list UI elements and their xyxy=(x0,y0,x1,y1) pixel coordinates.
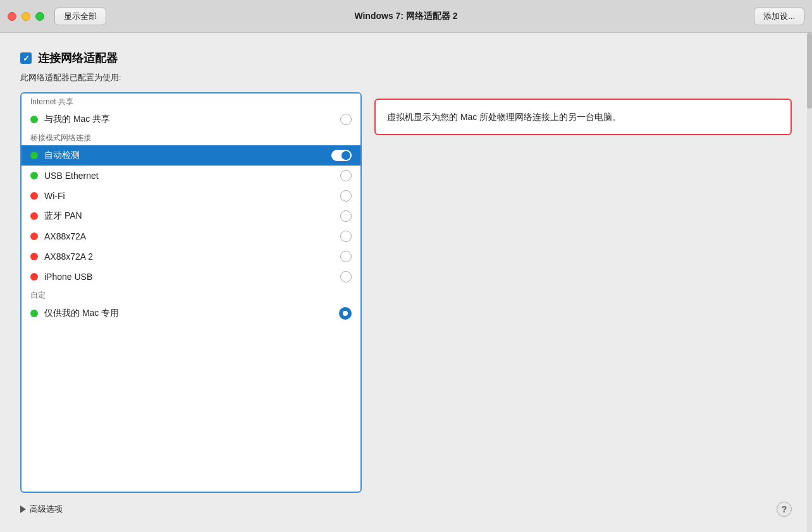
label-iphone-usb: iPhone USB xyxy=(44,272,340,282)
label-auto-detect: 自动检测 xyxy=(44,150,331,161)
label-mac-only: 仅供我的 Mac 专用 xyxy=(44,308,339,319)
list-item-wifi[interactable]: Wi-Fi xyxy=(22,186,360,206)
radio-ax88x72a-2[interactable] xyxy=(340,251,352,262)
connect-adapter-label: 连接网络适配器 xyxy=(38,51,118,66)
list-item-bluetooth-pan[interactable]: 蓝牙 PAN xyxy=(22,206,360,226)
dot-green-auto-detect xyxy=(30,152,38,159)
dot-red-ax88x72a-2 xyxy=(30,253,38,260)
main-content: 连接网络适配器 此网络适配器已配置为使用: Internet 共享 与我的 Ma… xyxy=(0,33,812,532)
connect-adapter-row: 连接网络适配器 xyxy=(20,51,792,66)
info-box: 虚拟机显示为您的 Mac 所处物理网络连接上的另一台电脑。 xyxy=(374,99,792,135)
radio-iphone-usb[interactable] xyxy=(340,271,352,282)
list-item-ax88x72a[interactable]: AX88x72A xyxy=(22,226,360,246)
list-item-share-mac[interactable]: 与我的 Mac 共享 xyxy=(22,109,360,130)
advanced-label: 高级选项 xyxy=(30,504,63,515)
group-header-bridge-mode: 桥接模式网络连接 xyxy=(22,130,360,145)
label-ax88x72a: AX88x72A xyxy=(44,231,340,241)
dot-red-bluetooth-pan xyxy=(30,212,38,220)
dot-red-wifi xyxy=(30,192,38,200)
radio-share-mac[interactable] xyxy=(340,114,352,125)
add-settings-button[interactable]: 添加设... xyxy=(754,8,804,25)
radio-usb-ethernet[interactable] xyxy=(340,170,352,181)
radio-ax88x72a[interactable] xyxy=(340,231,352,242)
list-item-iphone-usb[interactable]: iPhone USB xyxy=(22,267,360,287)
list-item-mac-only[interactable]: 仅供我的 Mac 专用 xyxy=(22,303,360,324)
group-header-custom: 自定 xyxy=(22,287,360,303)
zoom-button[interactable] xyxy=(35,12,44,21)
network-list-panel: Internet 共享 与我的 Mac 共享 桥接模式网络连接 自动检测 USB… xyxy=(20,92,362,493)
radio-mac-only-selected[interactable] xyxy=(339,307,352,320)
label-share-mac: 与我的 Mac 共享 xyxy=(44,114,340,125)
list-item-usb-ethernet[interactable]: USB Ethernet xyxy=(22,166,360,186)
label-ax88x72a-2: AX88x72A 2 xyxy=(44,251,340,262)
scrollbar-thumb[interactable] xyxy=(807,33,812,109)
dot-green-usb-ethernet xyxy=(30,172,38,179)
dot-red-iphone-usb xyxy=(30,273,38,281)
minimize-button[interactable] xyxy=(22,12,30,21)
dot-red-ax88x72a xyxy=(30,233,38,240)
titlebar: 显示全部 Windows 7: 网络适配器 2 添加设... xyxy=(0,0,812,33)
info-text: 虚拟机显示为您的 Mac 所处物理网络连接上的另一台电脑。 xyxy=(387,112,621,122)
dot-green-share-mac xyxy=(30,116,38,123)
traffic-lights xyxy=(8,12,44,21)
two-col-layout: Internet 共享 与我的 Mac 共享 桥接模式网络连接 自动检测 USB… xyxy=(20,92,792,493)
bottom-bar: 高级选项 ? xyxy=(20,502,792,519)
toggle-auto-detect[interactable] xyxy=(331,150,352,161)
list-item-ax88x72a-2[interactable]: AX88x72A 2 xyxy=(22,246,360,267)
connect-adapter-checkbox[interactable] xyxy=(20,52,32,64)
advanced-options-button[interactable]: 高级选项 xyxy=(20,504,63,515)
subtitle: 此网络适配器已配置为使用: xyxy=(20,72,792,83)
window-title: Windows 7: 网络适配器 2 xyxy=(354,11,457,22)
triangle-icon xyxy=(20,505,26,513)
label-usb-ethernet: USB Ethernet xyxy=(44,171,340,181)
group-header-internet-sharing: Internet 共享 xyxy=(22,94,360,109)
list-item-auto-detect[interactable]: 自动检测 xyxy=(22,145,360,166)
radio-wifi[interactable] xyxy=(340,190,352,202)
show-all-button[interactable]: 显示全部 xyxy=(54,8,106,25)
label-bluetooth-pan: 蓝牙 PAN xyxy=(44,210,340,222)
radio-bluetooth-pan[interactable] xyxy=(340,210,352,222)
help-button[interactable]: ? xyxy=(777,502,792,517)
dot-green-mac-only xyxy=(30,310,38,317)
info-panel: 虚拟机显示为您的 Mac 所处物理网络连接上的另一台电脑。 xyxy=(374,92,792,493)
close-button[interactable] xyxy=(8,12,16,21)
label-wifi: Wi-Fi xyxy=(44,191,340,201)
